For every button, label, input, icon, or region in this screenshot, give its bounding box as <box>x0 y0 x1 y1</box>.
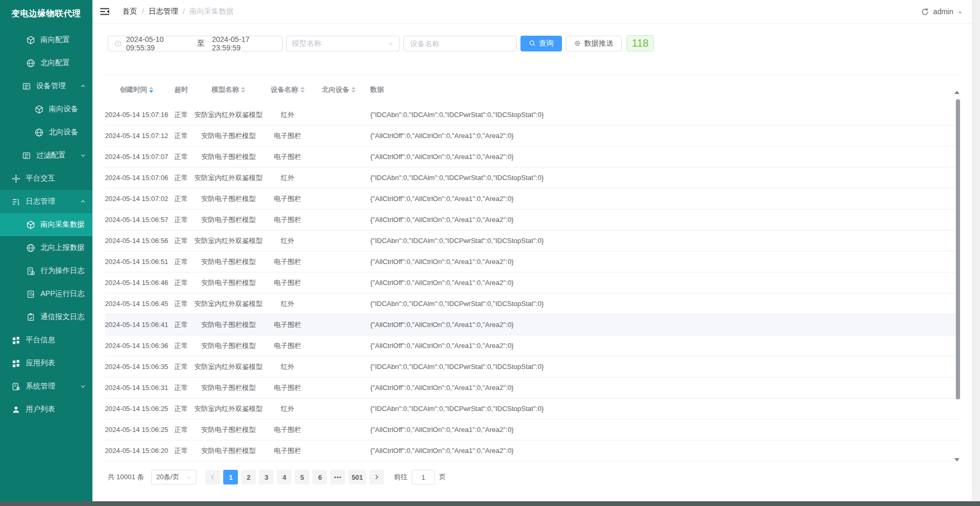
sidebar-item[interactable]: 平台信息 <box>0 329 92 352</box>
scrollbar-down-icon[interactable] <box>954 458 960 461</box>
cell-device-name: 电子围栏 <box>263 152 312 162</box>
sort-icons[interactable] <box>149 87 153 93</box>
cell-data: {"AllCtrlOff":0,"AllCtrlOn":0,"Area1":0,… <box>365 216 960 224</box>
cell-data: {"AllCtrlOff":0,"AllCtrlOn":0,"Area1":0,… <box>365 384 960 392</box>
pagination: 共 10001 条 20条/页 1 2 3 <box>108 470 960 484</box>
date-end[interactable]: 2024-05-17 23:59:59 <box>212 35 276 52</box>
page-button[interactable]: 4 <box>277 470 291 484</box>
breadcrumb-item[interactable]: 日志管理 <box>149 7 178 16</box>
browser-scrollbar-gutter[interactable] <box>972 0 980 501</box>
page-button[interactable]: 5 <box>295 470 309 484</box>
table-column-header[interactable]: 创建时间 <box>105 85 168 94</box>
model-select-placeholder: 模型名称 <box>292 39 321 48</box>
sidebar-item[interactable]: 南向设备 <box>0 98 92 121</box>
sidebar-item[interactable]: 通信报文日志 <box>0 305 92 329</box>
model-select[interactable]: 模型名称 <box>286 36 400 51</box>
page-button[interactable]: ••• <box>330 470 345 484</box>
sidebar-item[interactable]: 应用列表 <box>0 352 92 375</box>
sort-asc-icon[interactable] <box>149 87 153 89</box>
sidebar-item[interactable]: 北向配置 <box>0 51 92 75</box>
table-column-header[interactable]: 模型名称 <box>194 85 263 94</box>
table-row: 2024-05-14 15:06:46 正常 安防电子围栏模型 电子围栏 {"A… <box>105 272 960 293</box>
sort-desc-icon[interactable] <box>149 90 153 93</box>
topbar: 首页 / 日志管理 / 南向采集数据 admin <box>92 0 972 24</box>
date-range-picker[interactable]: 2024-05-10 09:55:39 至 2024-05-17 23:59:5… <box>108 36 283 51</box>
table-column-header[interactable]: 设备名称 <box>263 85 312 94</box>
prev-page-button[interactable] <box>205 470 220 484</box>
sidebar-item[interactable]: 南向配置 <box>0 28 92 51</box>
refresh-icon[interactable] <box>921 8 929 16</box>
date-start[interactable]: 2024-05-10 09:55:39 <box>126 35 190 52</box>
cell-model-name: 安防室内红外双鉴模型 <box>194 404 263 414</box>
sidebar-item-label: 用户列表 <box>26 405 55 414</box>
content: 2024-05-10 09:55:39 至 2024-05-17 23:59:5… <box>92 24 972 501</box>
sidebar-item[interactable]: 日志管理 <box>0 190 92 213</box>
sidebar-item-label: 过滤配置 <box>36 151 66 160</box>
cell-device-name: 电子围栏 <box>263 383 312 393</box>
cell-model-name: 安防电子围栏模型 <box>194 215 263 225</box>
table-row: 2024-05-14 15:07:12 正常 安防电子围栏模型 电子围栏 {"A… <box>105 125 960 146</box>
sort-desc-icon[interactable] <box>241 90 245 93</box>
sort-icons[interactable] <box>351 87 356 93</box>
cell-create-time: 2024-05-14 15:06:35 <box>105 363 168 371</box>
page-button[interactable]: 6 <box>312 470 327 484</box>
page-button[interactable]: 3 <box>259 470 274 484</box>
table-row: 2024-05-14 15:07:16 正常 安防室内红外双鉴模型 红外 {"I… <box>105 104 960 125</box>
cell-data: {"IDCAbn":0,"IDCAlm":0,"IDCPwrStat":0,"I… <box>365 174 960 182</box>
user-menu[interactable]: admin <box>921 7 963 16</box>
next-page-button[interactable] <box>369 470 384 484</box>
sort-asc-icon[interactable] <box>241 87 245 89</box>
page-jump-input[interactable] <box>412 470 435 484</box>
chevron-down-icon <box>388 40 394 47</box>
sidebar-item[interactable]: 用户列表 <box>0 398 92 421</box>
sort-desc-icon[interactable] <box>351 90 356 93</box>
cube-icon <box>35 105 44 114</box>
cell-timeout: 正常 <box>168 383 194 393</box>
breadcrumb-item: / <box>183 7 185 16</box>
data-table: 创建时间 超时 模型名称 <box>105 75 960 461</box>
sidebar-item[interactable]: 北向设备 <box>0 121 92 144</box>
sidebar-item[interactable]: 设备管理 <box>0 75 92 98</box>
search-button[interactable]: 查询 <box>520 36 562 51</box>
table-row: 2024-05-14 15:06:45 正常 安防室内红外双鉴模型 红外 {"I… <box>105 293 960 314</box>
table-row: 2024-05-14 15:06:51 正常 安防电子围栏模型 电子围栏 {"A… <box>105 251 960 272</box>
doc-icon <box>26 290 35 299</box>
count-badge: 118 <box>627 35 654 51</box>
sort-asc-icon[interactable] <box>351 87 356 89</box>
sort-icons[interactable] <box>300 87 305 93</box>
hub-icon <box>12 174 20 183</box>
page-button[interactable]: 501 <box>348 470 366 484</box>
data-push-button[interactable]: 数据推送 <box>566 36 622 51</box>
device-name-input[interactable] <box>410 39 510 48</box>
page-jump: 前往 页 <box>394 470 446 484</box>
table-row: 2024-05-14 15:07:07 正常 安防电子围栏模型 电子围栏 {"A… <box>105 146 960 167</box>
sidebar-item[interactable]: 系统管理 <box>0 375 92 398</box>
cell-create-time: 2024-05-14 15:06:41 <box>105 321 168 329</box>
sidebar-item[interactable]: 过滤配置 <box>0 144 92 167</box>
page-button[interactable]: 2 <box>241 470 256 484</box>
scrollbar-thumb[interactable] <box>956 99 960 399</box>
cell-timeout: 正常 <box>168 404 194 414</box>
page-size-select[interactable]: 20条/页 <box>151 470 196 484</box>
list-icon <box>22 82 31 91</box>
cell-timeout: 正常 <box>168 320 194 330</box>
sidebar-item[interactable]: APP运行日志 <box>0 282 92 305</box>
sort-icons[interactable] <box>241 87 245 93</box>
sidebar-item[interactable]: 行为操作日志 <box>0 259 92 282</box>
clip-clock-icon <box>26 267 35 276</box>
gear-doc-icon <box>12 382 20 391</box>
menu-fold-icon[interactable] <box>100 7 110 16</box>
table-column-header[interactable]: 北向设备 <box>312 85 365 94</box>
scrollbar-up-icon[interactable] <box>954 91 960 94</box>
sort-asc-icon[interactable] <box>300 87 305 89</box>
page-button[interactable]: 1 <box>223 470 238 484</box>
gear-icon <box>574 40 581 47</box>
sidebar-item[interactable]: 北向上报数据 <box>0 236 92 259</box>
cell-timeout: 正常 <box>168 362 194 372</box>
breadcrumb-item[interactable]: 首页 <box>122 7 137 16</box>
cell-timeout: 正常 <box>168 215 194 225</box>
sidebar-item[interactable]: 南向采集数据 <box>0 213 92 236</box>
sort-desc-icon[interactable] <box>300 90 305 93</box>
table-column-header: 超时 <box>168 85 194 94</box>
sidebar-item[interactable]: 平台交互 <box>0 167 92 190</box>
